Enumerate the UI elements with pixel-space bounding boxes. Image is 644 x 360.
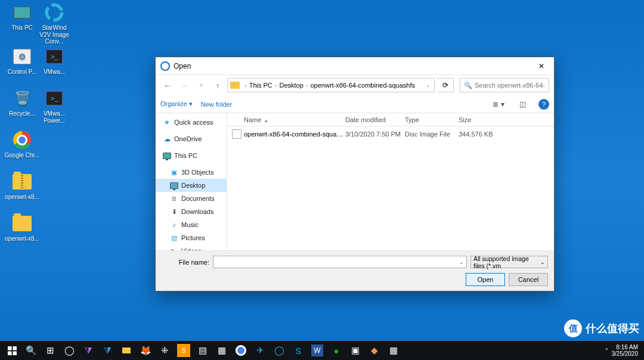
- preview-pane-button[interactable]: ◫: [515, 98, 530, 111]
- search-button[interactable]: 🔍: [21, 341, 41, 360]
- file-icon: [232, 129, 242, 139]
- taskbar-app-sublime[interactable]: S: [177, 344, 190, 357]
- chevron-right-icon: ›: [274, 82, 278, 89]
- taskbar-app-chrome[interactable]: [231, 341, 250, 360]
- desktop-icon-openwrt-zip[interactable]: openwrt-x8...: [4, 172, 41, 201]
- titlebar[interactable]: Open ✕: [156, 57, 554, 75]
- column-date[interactable]: Date modified: [345, 116, 405, 123]
- desktop-icon-chrome[interactable]: Google Chr...: [4, 130, 41, 159]
- open-file-dialog: Open ✕ ← → ▾ ↑ › This PC › Desktop › ope…: [155, 57, 555, 291]
- search-input[interactable]: [475, 82, 545, 89]
- system-tray[interactable]: ˄ 8:16 AM 3/25/2020: [605, 344, 642, 357]
- filename-input[interactable]: [216, 259, 459, 266]
- tray-date: 3/25/2020: [612, 350, 639, 357]
- toolbar: Organize ▾ New folder ≣ ▾ ◫ ?: [156, 95, 554, 113]
- up-button[interactable]: ↑: [210, 78, 225, 92]
- tray-time: 8:16 AM: [612, 344, 639, 350]
- window-title: Open: [174, 62, 191, 70]
- close-button[interactable]: ✕: [531, 58, 552, 74]
- sidebar-item[interactable]: ⬇Downloads: [156, 205, 227, 218]
- watermark-text: 什么值得买: [586, 321, 639, 336]
- taskbar-app-vmware[interactable]: ▦: [384, 341, 403, 360]
- file-name: openwrt-x86-64-combined-squashfs.img: [244, 131, 345, 138]
- taskbar-app-word[interactable]: W: [311, 345, 323, 356]
- new-folder-button[interactable]: New folder: [201, 101, 233, 108]
- task-view-button[interactable]: ⊞: [41, 341, 60, 360]
- desktop-icon-vmware-power[interactable]: >_ VMwa... Power...: [36, 88, 73, 124]
- open-button[interactable]: Open: [466, 273, 505, 286]
- taskbar-app-slack[interactable]: ⁜: [155, 341, 174, 360]
- watermark: 值 什么值得买: [564, 319, 639, 337]
- cancel-button[interactable]: Cancel: [509, 273, 548, 286]
- taskbar-app-vscode[interactable]: ⧩: [98, 341, 117, 360]
- column-name[interactable]: Name▲: [244, 116, 345, 123]
- taskbar-app-skype[interactable]: S: [289, 341, 308, 360]
- file-date: 3/10/2020 7:50 PM: [345, 131, 405, 138]
- help-button[interactable]: ?: [538, 99, 549, 110]
- sidebar-item[interactable]: This PC: [156, 149, 227, 162]
- forward-button: →: [177, 78, 191, 92]
- taskbar-app-explorer[interactable]: [117, 341, 136, 360]
- sidebar-item[interactable]: ▣3D Objects: [156, 166, 227, 179]
- folder-icon: [230, 82, 240, 89]
- taskbar-app-generic1[interactable]: ▦: [212, 341, 231, 360]
- nav-row: ← → ▾ ↑ › This PC › Desktop › openwrt-x8…: [156, 75, 554, 95]
- watermark-badge: 值: [564, 319, 582, 337]
- taskbar-app-notes[interactable]: ▤: [193, 341, 212, 360]
- sidebar-item[interactable]: ▧Pictures: [156, 231, 227, 244]
- file-list-area: Name▲ Date modified Type Size openwrt-x8…: [227, 113, 554, 250]
- start-button[interactable]: [2, 341, 21, 360]
- sidebar-item[interactable]: ☁OneDrive: [156, 132, 227, 145]
- sidebar-item[interactable]: ★Quick access: [156, 116, 227, 129]
- breadcrumb-desktop[interactable]: Desktop: [279, 82, 303, 89]
- breadcrumb-this-pc[interactable]: This PC: [249, 82, 273, 89]
- desktop-icon-control-panel[interactable]: ⚙ Control P...: [4, 46, 41, 76]
- filename-combo[interactable]: ⌄: [213, 256, 467, 268]
- chevron-right-icon: ›: [243, 82, 248, 89]
- taskbar-app-firefox[interactable]: 🦊: [136, 341, 155, 360]
- desktop-icon-this-pc[interactable]: This PC: [4, 2, 41, 32]
- column-size[interactable]: Size: [459, 116, 506, 123]
- taskbar-app-starwind[interactable]: ◯: [270, 341, 289, 360]
- organize-menu[interactable]: Organize ▾: [160, 100, 193, 108]
- refresh-button[interactable]: ⟳: [437, 78, 454, 92]
- svg-point-0: [47, 5, 62, 20]
- chevron-down-icon[interactable]: ⌄: [459, 259, 464, 265]
- svg-rect-4: [13, 351, 17, 355]
- navigation-pane[interactable]: ★Quick access☁OneDriveThis PC▣3D Objects…: [156, 113, 227, 250]
- chevron-down-icon[interactable]: ⌄: [425, 82, 432, 88]
- desktop-icon-vmware-1[interactable]: >_ VMwa...: [36, 46, 73, 76]
- chevron-down-icon: ⌄: [540, 259, 545, 265]
- sidebar-item[interactable]: Desktop: [156, 179, 227, 192]
- sidebar-item[interactable]: 🗎Documents: [156, 192, 227, 205]
- taskbar-app-generic3[interactable]: ◆: [365, 341, 384, 360]
- taskbar-app-cortana[interactable]: ◯: [60, 341, 79, 360]
- recent-dropdown[interactable]: ▾: [194, 78, 208, 92]
- file-row[interactable]: openwrt-x86-64-combined-squashfs.img3/10…: [227, 128, 554, 141]
- file-type-filter[interactable]: All supported image files (*.vm ⌄: [470, 256, 548, 268]
- svg-rect-2: [13, 346, 17, 350]
- chevron-right-icon: ›: [305, 82, 309, 89]
- desktop-icon-recycle-bin[interactable]: 🗑️ Recycle...: [4, 88, 41, 117]
- search-box[interactable]: 🔍: [460, 78, 549, 92]
- back-button[interactable]: ←: [160, 78, 175, 92]
- desktop-icon-starwind[interactable]: StarWind V2V Image Conv...: [36, 2, 73, 45]
- desktop-icon-openwrt-folder[interactable]: openwrt-x8...: [4, 213, 41, 243]
- taskbar-app-telegram[interactable]: ✈: [250, 341, 270, 360]
- sidebar-item[interactable]: ♪Music: [156, 218, 227, 231]
- address-bar[interactable]: › This PC › Desktop › openwrt-x86-64-com…: [227, 78, 435, 92]
- taskbar-app-wechat[interactable]: ●: [327, 341, 346, 360]
- view-options-button[interactable]: ≣ ▾: [491, 98, 506, 111]
- tray-expand-icon[interactable]: ˄: [605, 347, 608, 354]
- file-list: openwrt-x86-64-combined-squashfs.img3/10…: [227, 126, 554, 141]
- column-type[interactable]: Type: [405, 116, 459, 123]
- taskbar-app-vs[interactable]: ⧩: [79, 341, 98, 360]
- taskbar-app-generic2[interactable]: ▣: [346, 341, 365, 360]
- taskbar: 🔍 ⊞ ◯ ⧩ ⧩ 🦊 ⁜ S ▤ ▦ ✈ ◯ S W ● ▣ ◆ ▦ ˄ 8:…: [0, 341, 644, 360]
- app-icon: [160, 61, 170, 71]
- column-headers: Name▲ Date modified Type Size: [227, 113, 554, 126]
- sidebar-item[interactable]: ▶Videos: [156, 244, 227, 250]
- breadcrumb-current[interactable]: openwrt-x86-64-combined-squashfs: [311, 82, 415, 89]
- file-size: 344,576 KB: [459, 131, 506, 138]
- filename-label: File name:: [162, 259, 209, 266]
